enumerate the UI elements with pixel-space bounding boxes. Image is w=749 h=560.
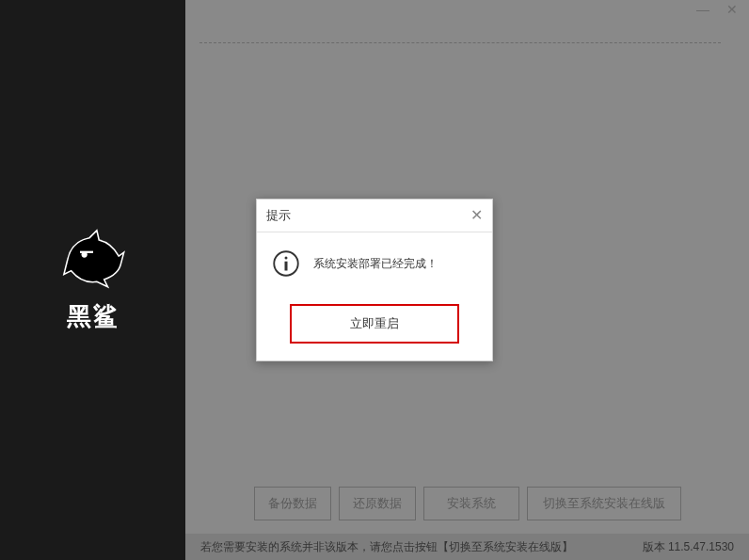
modal-dialog: 提示 ✕ 系统安装部署已经完成！ 立即重启	[256, 199, 493, 361]
modal-overlay: 提示 ✕ 系统安装部署已经完成！ 立即重启	[0, 0, 749, 560]
modal-message: 系统安装部署已经完成！	[313, 256, 438, 272]
modal-body: 系统安装部署已经完成！	[257, 232, 492, 293]
modal-title: 提示	[266, 207, 291, 224]
modal-header: 提示 ✕	[257, 200, 492, 232]
restart-button[interactable]: 立即重启	[290, 304, 459, 344]
modal-footer: 立即重启	[257, 293, 492, 360]
svg-point-3	[285, 257, 288, 260]
svg-rect-4	[285, 262, 288, 271]
modal-close-button[interactable]: ✕	[470, 208, 483, 223]
info-icon	[272, 249, 300, 278]
